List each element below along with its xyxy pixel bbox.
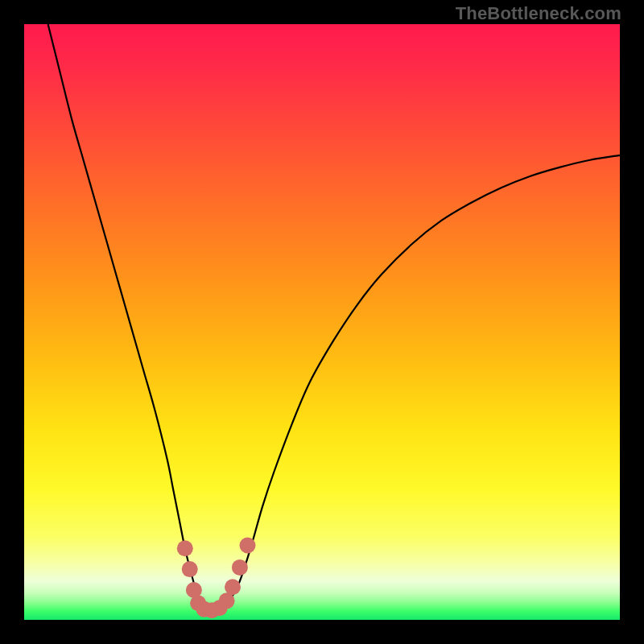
curve-marker (240, 538, 256, 554)
curve-marker (182, 561, 198, 577)
bottleneck-curve (24, 24, 620, 620)
chart-frame: TheBottleneck.com (0, 0, 644, 644)
watermark-text: TheBottleneck.com (456, 3, 621, 24)
curve-marker (219, 592, 235, 609)
curve-marker (232, 559, 248, 576)
curve-marker (177, 540, 193, 556)
plot-area (24, 24, 620, 620)
curve-marker (225, 579, 241, 595)
